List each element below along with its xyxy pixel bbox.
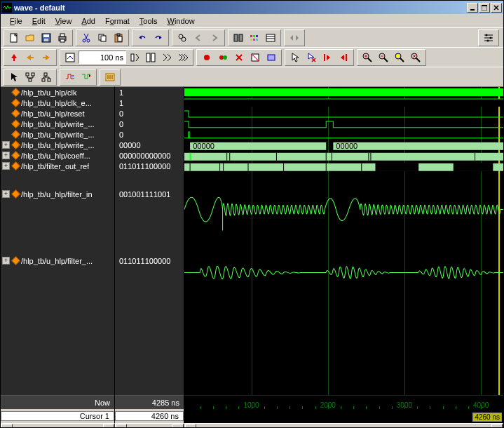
run-b-icon[interactable] <box>143 51 158 65</box>
paste-icon[interactable] <box>111 31 126 45</box>
time-ruler[interactable]: 1000 2000 3000 4000 <box>184 395 503 409</box>
tool-c-icon[interactable] <box>263 31 278 45</box>
cursor-icon[interactable] <box>287 51 303 65</box>
up-arrow-icon[interactable] <box>6 51 22 65</box>
toolbar-3 <box>1 67 503 86</box>
cut-icon[interactable] <box>79 31 94 45</box>
waveform-column[interactable]: 00000 00000 <box>184 86 503 423</box>
signal-value-row[interactable]: 0 <box>115 129 184 140</box>
new-icon[interactable] <box>6 31 22 45</box>
next-edge-icon[interactable] <box>336 51 351 65</box>
signal-row[interactable]: /hlp_tb/u_hlp/clk <box>1 87 114 98</box>
copy-icon[interactable] <box>95 31 110 45</box>
run-c-icon[interactable] <box>159 51 175 65</box>
close-button[interactable] <box>491 3 502 13</box>
prev-edge-icon[interactable] <box>320 51 335 65</box>
expand-button[interactable]: + <box>2 190 10 198</box>
expand-button[interactable]: + <box>2 141 10 149</box>
signal-row[interactable]: /hlp_tb/u_hlp/write_... <box>1 119 114 129</box>
waveform-canvas[interactable]: 00000 00000 <box>184 87 503 395</box>
settings-icon[interactable] <box>481 31 496 45</box>
signal-value-row[interactable]: 011011100000 <box>115 255 184 266</box>
delete-cursor-icon[interactable] <box>304 51 319 65</box>
svg-rect-46 <box>324 54 325 61</box>
break-b-icon[interactable] <box>215 51 231 65</box>
signal-name: /hlp_tb/u_hlp/write_... <box>21 120 95 128</box>
cursor-ruler[interactable]: 4260 ns <box>184 409 503 423</box>
signal-value-row[interactable]: 000000000000 <box>115 150 184 161</box>
signal-row[interactable]: +/hlp_tb/u_hlp/coeff... <box>1 150 114 161</box>
zoom-cursor-icon[interactable] <box>408 51 423 65</box>
wave-scrollbar[interactable]: ◄ ► <box>184 423 503 428</box>
signal-value: 011011100000 <box>116 162 170 170</box>
break-e-icon[interactable] <box>264 51 279 65</box>
signal-value-row[interactable]: 1 <box>115 98 184 108</box>
scroll-left-icon[interactable]: ◄ <box>185 424 196 428</box>
zoom-out-icon[interactable] <box>376 51 391 65</box>
signal-row[interactable]: /hlp_tb/u_hlp/write_... <box>1 129 114 140</box>
menu-file[interactable]: File <box>5 16 27 26</box>
svg-rect-93 <box>376 163 418 171</box>
break-a-icon[interactable] <box>199 51 214 65</box>
zoom-in-icon[interactable] <box>360 51 375 65</box>
find-icon[interactable] <box>175 31 190 45</box>
signal-value-row[interactable]: 001001111001 <box>115 189 184 199</box>
undo-icon[interactable] <box>135 31 150 45</box>
tree-b-icon[interactable] <box>39 70 54 84</box>
step-icon[interactable] <box>62 51 78 65</box>
scroll-left-icon[interactable]: ◄ <box>1 424 13 428</box>
scroll-left-icon[interactable]: ◄ <box>116 424 127 428</box>
values-scrollbar[interactable]: ◄ ► <box>115 423 184 428</box>
pointer-icon[interactable] <box>6 70 22 84</box>
signal-row[interactable]: /hlp_tb/u_hlp/reset <box>1 108 114 119</box>
names-scrollbar[interactable]: ◄ ► <box>1 423 115 428</box>
signal-a-icon[interactable] <box>62 70 78 84</box>
tool-a-icon[interactable] <box>231 31 246 45</box>
menu-edit[interactable]: Edit <box>27 16 50 26</box>
scroll-right-icon[interactable]: ► <box>103 424 114 428</box>
menu-view[interactable]: View <box>50 16 77 26</box>
scroll-right-icon[interactable]: ► <box>172 424 184 428</box>
break-d-icon[interactable] <box>247 51 263 65</box>
open-icon[interactable] <box>22 31 38 45</box>
zoom-full-icon[interactable] <box>392 51 407 65</box>
left-arrow-icon[interactable] <box>22 51 38 65</box>
maximize-button[interactable] <box>479 3 490 13</box>
time-input[interactable] <box>79 51 126 64</box>
tool-d-icon[interactable] <box>287 31 302 45</box>
print-icon[interactable] <box>55 31 70 45</box>
signal-b-icon[interactable] <box>79 70 94 84</box>
find-next-icon[interactable] <box>207 31 222 45</box>
right-arrow-icon[interactable] <box>39 51 54 65</box>
expand-button[interactable]: + <box>2 152 10 159</box>
cursor-value-row: 4260 ns <box>115 409 184 423</box>
tree-a-icon[interactable] <box>22 70 38 84</box>
signal-value-row[interactable]: 00000 <box>115 140 184 150</box>
redo-icon[interactable] <box>151 31 166 45</box>
signal-value-row[interactable]: 1 <box>115 87 184 98</box>
minimize-button[interactable] <box>467 3 478 13</box>
menu-format[interactable]: Format <box>100 16 135 26</box>
scroll-right-icon[interactable]: ► <box>491 424 503 428</box>
svg-rect-94 <box>454 163 493 171</box>
menu-window[interactable]: Window <box>163 16 200 26</box>
find-prev-icon[interactable] <box>191 31 206 45</box>
tool-b-icon[interactable] <box>247 31 262 45</box>
save-icon[interactable] <box>39 31 54 45</box>
signal-value-row[interactable]: 0 <box>115 108 184 119</box>
menu-add[interactable]: Add <box>76 16 100 26</box>
menu-tools[interactable]: Tools <box>135 16 163 26</box>
signal-row[interactable]: /hlp_tb/u_hlp/clk_e... <box>1 98 114 108</box>
signal-row[interactable]: +/hlp_tb/u_hlp/write_... <box>1 140 114 150</box>
signal-value-row[interactable]: 0 <box>115 119 184 129</box>
signal-row[interactable]: +/hlp_tb/filter_out_ref <box>1 161 114 171</box>
break-c-icon[interactable] <box>231 51 247 65</box>
signal-value-row[interactable]: 011011100000 <box>115 161 184 171</box>
expand-button[interactable]: + <box>2 257 10 265</box>
signal-row[interactable]: +/hlp_tb/u_hlp/filter_in <box>1 189 114 199</box>
expand-button[interactable]: + <box>2 162 10 170</box>
config-icon[interactable] <box>102 70 118 84</box>
run-a-icon[interactable] <box>127 51 142 65</box>
signal-row[interactable]: +/hlp_tb/u_hlp/filter_... <box>1 255 114 266</box>
run-all-icon[interactable] <box>175 51 191 65</box>
